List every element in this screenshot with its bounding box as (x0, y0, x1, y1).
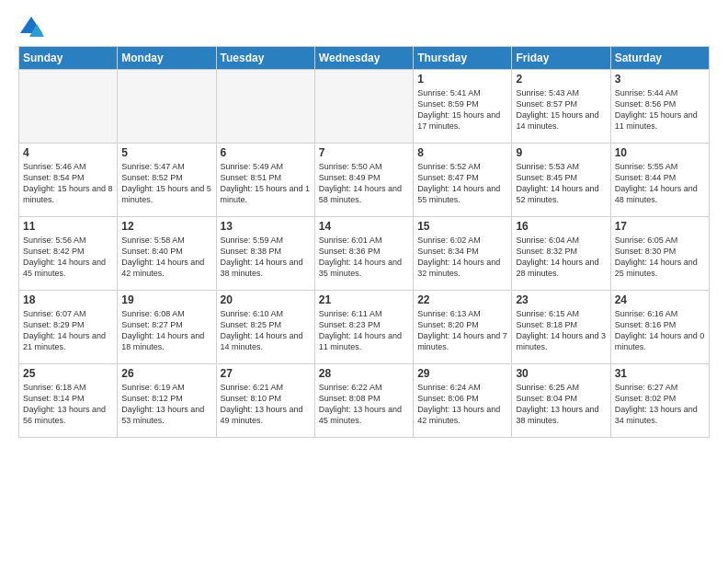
day-info: Sunrise: 5:52 AMSunset: 8:47 PMDaylight:… (417, 161, 507, 206)
calendar-header-thursday: Thursday (414, 47, 512, 70)
day-info: Sunrise: 6:15 AMSunset: 8:18 PMDaylight:… (516, 308, 606, 353)
calendar-week-3: 11Sunrise: 5:56 AMSunset: 8:42 PMDayligh… (19, 217, 710, 291)
day-info: Sunrise: 6:27 AMSunset: 8:02 PMDaylight:… (615, 382, 705, 427)
calendar-cell: 11Sunrise: 5:56 AMSunset: 8:42 PMDayligh… (19, 217, 118, 291)
day-info: Sunrise: 6:13 AMSunset: 8:20 PMDaylight:… (417, 308, 507, 353)
day-number: 22 (417, 293, 507, 306)
day-info: Sunrise: 6:24 AMSunset: 8:06 PMDaylight:… (417, 382, 507, 427)
day-info: Sunrise: 5:59 AMSunset: 8:38 PMDaylight:… (221, 235, 311, 280)
calendar-cell: 10Sunrise: 5:55 AMSunset: 8:44 PMDayligh… (610, 144, 709, 217)
day-info: Sunrise: 5:55 AMSunset: 8:44 PMDaylight:… (615, 161, 705, 206)
day-number: 11 (23, 220, 113, 233)
day-info: Sunrise: 6:11 AMSunset: 8:23 PMDaylight:… (319, 308, 409, 353)
day-number: 2 (516, 73, 606, 86)
calendar-cell: 23Sunrise: 6:15 AMSunset: 8:18 PMDayligh… (512, 291, 610, 364)
day-info: Sunrise: 6:10 AMSunset: 8:25 PMDaylight:… (221, 308, 311, 353)
day-number: 7 (319, 146, 409, 159)
day-number: 3 (615, 73, 705, 86)
calendar-cell (216, 70, 314, 144)
day-info: Sunrise: 6:01 AMSunset: 8:36 PMDaylight:… (319, 235, 409, 280)
day-info: Sunrise: 6:21 AMSunset: 8:10 PMDaylight:… (221, 382, 311, 427)
day-number: 8 (417, 146, 507, 159)
day-info: Sunrise: 5:46 AMSunset: 8:54 PMDaylight:… (23, 161, 113, 206)
day-info: Sunrise: 6:19 AMSunset: 8:12 PMDaylight:… (121, 382, 211, 427)
calendar-cell: 21Sunrise: 6:11 AMSunset: 8:23 PMDayligh… (314, 291, 413, 364)
page: SundayMondayTuesdayWednesdayThursdayFrid… (0, 0, 728, 447)
day-number: 1 (417, 73, 507, 86)
calendar-cell: 28Sunrise: 6:22 AMSunset: 8:08 PMDayligh… (314, 364, 413, 438)
day-number: 31 (615, 367, 705, 380)
calendar-cell: 5Sunrise: 5:47 AMSunset: 8:52 PMDaylight… (118, 144, 216, 217)
day-number: 30 (516, 367, 606, 380)
calendar-cell: 29Sunrise: 6:24 AMSunset: 8:06 PMDayligh… (414, 364, 512, 438)
calendar-cell: 12Sunrise: 5:58 AMSunset: 8:40 PMDayligh… (118, 217, 216, 291)
day-number: 14 (319, 220, 409, 233)
calendar-cell: 16Sunrise: 6:04 AMSunset: 8:32 PMDayligh… (512, 217, 610, 291)
day-info: Sunrise: 6:25 AMSunset: 8:04 PMDaylight:… (516, 382, 606, 427)
day-number: 28 (319, 367, 409, 380)
calendar-cell (118, 70, 216, 144)
calendar-header-sunday: Sunday (19, 47, 118, 70)
calendar-cell: 20Sunrise: 6:10 AMSunset: 8:25 PMDayligh… (216, 291, 314, 364)
day-info: Sunrise: 6:18 AMSunset: 8:14 PMDaylight:… (23, 382, 113, 427)
day-number: 17 (615, 220, 705, 233)
day-number: 25 (23, 367, 113, 380)
calendar-cell: 25Sunrise: 6:18 AMSunset: 8:14 PMDayligh… (19, 364, 118, 438)
day-number: 20 (221, 293, 311, 306)
header (18, 15, 710, 40)
day-number: 18 (23, 293, 113, 306)
day-number: 4 (23, 146, 113, 159)
calendar-cell (314, 70, 413, 144)
calendar-cell: 15Sunrise: 6:02 AMSunset: 8:34 PMDayligh… (414, 217, 512, 291)
calendar-cell: 9Sunrise: 5:53 AMSunset: 8:45 PMDaylight… (512, 144, 610, 217)
day-number: 29 (417, 367, 507, 380)
day-info: Sunrise: 6:22 AMSunset: 8:08 PMDaylight:… (319, 382, 409, 427)
day-number: 13 (221, 220, 311, 233)
calendar-cell: 1Sunrise: 5:41 AMSunset: 8:59 PMDaylight… (414, 70, 512, 144)
day-info: Sunrise: 5:50 AMSunset: 8:49 PMDaylight:… (319, 161, 409, 206)
calendar-cell: 8Sunrise: 5:52 AMSunset: 8:47 PMDaylight… (414, 144, 512, 217)
day-number: 6 (221, 146, 311, 159)
calendar-cell: 3Sunrise: 5:44 AMSunset: 8:56 PMDaylight… (610, 70, 709, 144)
calendar-week-5: 25Sunrise: 6:18 AMSunset: 8:14 PMDayligh… (19, 364, 710, 438)
calendar-table: SundayMondayTuesdayWednesdayThursdayFrid… (18, 46, 710, 438)
calendar-cell: 18Sunrise: 6:07 AMSunset: 8:29 PMDayligh… (19, 291, 118, 364)
calendar-cell: 22Sunrise: 6:13 AMSunset: 8:20 PMDayligh… (414, 291, 512, 364)
calendar-header-monday: Monday (118, 47, 216, 70)
day-info: Sunrise: 6:02 AMSunset: 8:34 PMDaylight:… (417, 235, 507, 280)
day-info: Sunrise: 5:58 AMSunset: 8:40 PMDaylight:… (121, 235, 211, 280)
calendar-cell: 19Sunrise: 6:08 AMSunset: 8:27 PMDayligh… (118, 291, 216, 364)
day-number: 5 (121, 146, 211, 159)
day-info: Sunrise: 5:43 AMSunset: 8:57 PMDaylight:… (516, 87, 606, 132)
day-info: Sunrise: 5:44 AMSunset: 8:56 PMDaylight:… (615, 87, 705, 132)
calendar-week-4: 18Sunrise: 6:07 AMSunset: 8:29 PMDayligh… (19, 291, 710, 364)
calendar-week-2: 4Sunrise: 5:46 AMSunset: 8:54 PMDaylight… (19, 144, 710, 217)
day-info: Sunrise: 6:04 AMSunset: 8:32 PMDaylight:… (516, 235, 606, 280)
day-number: 10 (615, 146, 705, 159)
logo-icon (18, 15, 44, 40)
calendar-cell: 17Sunrise: 6:05 AMSunset: 8:30 PMDayligh… (610, 217, 709, 291)
calendar-header-tuesday: Tuesday (216, 47, 314, 70)
day-number: 16 (516, 220, 606, 233)
day-info: Sunrise: 6:08 AMSunset: 8:27 PMDaylight:… (121, 308, 211, 353)
calendar-week-1: 1Sunrise: 5:41 AMSunset: 8:59 PMDaylight… (19, 70, 710, 144)
calendar-cell: 30Sunrise: 6:25 AMSunset: 8:04 PMDayligh… (512, 364, 610, 438)
day-number: 24 (615, 293, 705, 306)
calendar-header-wednesday: Wednesday (314, 47, 413, 70)
calendar-cell (19, 70, 118, 144)
day-number: 21 (319, 293, 409, 306)
calendar-header-friday: Friday (512, 47, 610, 70)
day-number: 27 (221, 367, 311, 380)
calendar-cell: 7Sunrise: 5:50 AMSunset: 8:49 PMDaylight… (314, 144, 413, 217)
calendar-cell: 6Sunrise: 5:49 AMSunset: 8:51 PMDaylight… (216, 144, 314, 217)
calendar-cell: 24Sunrise: 6:16 AMSunset: 8:16 PMDayligh… (610, 291, 709, 364)
day-number: 19 (121, 293, 211, 306)
day-info: Sunrise: 5:49 AMSunset: 8:51 PMDaylight:… (221, 161, 311, 206)
day-info: Sunrise: 6:16 AMSunset: 8:16 PMDaylight:… (615, 308, 705, 353)
day-number: 15 (417, 220, 507, 233)
day-info: Sunrise: 5:56 AMSunset: 8:42 PMDaylight:… (23, 235, 113, 280)
calendar-cell: 26Sunrise: 6:19 AMSunset: 8:12 PMDayligh… (118, 364, 216, 438)
calendar-header-saturday: Saturday (610, 47, 709, 70)
calendar-cell: 2Sunrise: 5:43 AMSunset: 8:57 PMDaylight… (512, 70, 610, 144)
calendar-cell: 13Sunrise: 5:59 AMSunset: 8:38 PMDayligh… (216, 217, 314, 291)
